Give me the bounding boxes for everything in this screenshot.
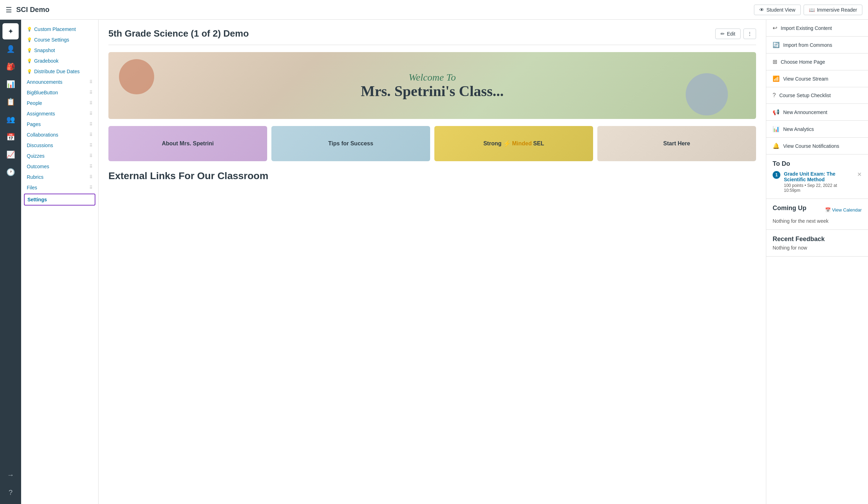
student-view-button[interactable]: 👁 Student View <box>754 5 800 15</box>
todo-meta: 100 points • Sep 22, 2022 at 10:59pm <box>784 183 854 193</box>
bulb-icon: 💡 <box>27 37 32 42</box>
new-announcement-button[interactable]: 📢 New Announcement <box>766 104 868 121</box>
coming-up-nothing: Nothing for the next week <box>773 218 862 224</box>
rail-inbox-icon[interactable]: 📋 <box>2 94 19 110</box>
top-nav: ☰ SCI Demo 👁 Student View 📖 Immersive Re… <box>0 0 868 20</box>
drag-handle-icon: ⠿ <box>89 153 93 158</box>
sidebar-item-course-settings[interactable]: 💡 Course Settings <box>21 34 98 45</box>
todo-item: 1 Grade Unit Exam: The Scientific Method… <box>773 171 862 193</box>
immersive-reader-icon: 📖 <box>809 7 815 13</box>
sidebar-item-snapshot[interactable]: 💡 Snapshot <box>21 45 98 56</box>
import-existing-label: Import Existing Content <box>781 25 832 31</box>
todo-badge: 1 <box>773 171 780 179</box>
sidebar-item-assignments[interactable]: Assignments ⠿ <box>21 108 98 119</box>
thumbnail-row: About Mrs. Spetrini Tips for Success Str… <box>108 126 756 161</box>
new-analytics-label: New Analytics <box>783 126 814 132</box>
rail-clock-icon[interactable]: 🕐 <box>2 164 19 180</box>
rail-courses-icon[interactable]: 🎒 <box>2 58 19 75</box>
more-options-button[interactable]: ⋮ <box>743 29 756 39</box>
rail-history-icon[interactable]: 📈 <box>2 146 19 163</box>
calendar-icon: 📅 <box>825 207 831 213</box>
course-stream-icon: 📶 <box>773 75 780 82</box>
drag-handle-icon: ⠿ <box>89 143 93 148</box>
sidebar-item-discussions[interactable]: Discussions ⠿ <box>21 140 98 151</box>
home-page-icon: ⊞ <box>773 58 777 65</box>
todo-close-icon[interactable]: ✕ <box>857 171 862 178</box>
sidebar-item-collaborations[interactable]: Collaborations ⠿ <box>21 130 98 140</box>
rail-logout-icon[interactable]: → <box>2 467 19 483</box>
main-content: 5th Grade Science (1 of 2) Demo ✏ Edit ⋮… <box>99 20 766 504</box>
rail-calendar-icon[interactable]: 📅 <box>2 129 19 145</box>
sidebar-item-announcements[interactable]: Announcements ⠿ <box>21 77 98 87</box>
immersive-reader-button[interactable]: 📖 Immersive Reader <box>804 5 862 15</box>
view-course-notifications-button[interactable]: 🔔 View Course Notifications <box>766 138 868 155</box>
recent-feedback-section: Recent Feedback Nothing for now <box>766 230 868 257</box>
minded-label: Minded <box>512 140 532 147</box>
main-layout: ✦ 👤 🎒 📊 📋 👥 📅 📈 🕐 → ? 💡 Custom Placement… <box>0 20 868 504</box>
sidebar-item-rubrics[interactable]: Rubrics ⠿ <box>21 172 98 182</box>
todo-text: Grade Unit Exam: The Scientific Method 1… <box>784 171 854 193</box>
banner-content: Welcome To Mrs. Spetrini's Class... <box>361 72 504 99</box>
drag-handle-icon: ⠿ <box>89 80 93 84</box>
drag-handle-icon: ⠿ <box>89 185 93 190</box>
todo-link[interactable]: Grade Unit Exam: The Scientific Method <box>784 171 854 182</box>
student-view-icon: 👁 <box>759 7 764 13</box>
sidebar-item-settings[interactable]: Settings <box>24 194 95 206</box>
bulb-icon: 💡 <box>27 48 32 53</box>
sidebar-item-distribute-due-dates[interactable]: 💡 Distribute Due Dates <box>21 66 98 77</box>
top-nav-right: 👁 Student View 📖 Immersive Reader <box>754 5 862 15</box>
import-existing-content-button[interactable]: ↩ Import Existing Content <box>766 20 868 37</box>
external-links-title: External Links For Our Classroom <box>108 170 756 182</box>
top-nav-left: ☰ SCI Demo <box>6 6 750 14</box>
bulb-icon: 💡 <box>27 27 32 32</box>
course-banner: Welcome To Mrs. Spetrini's Class... <box>108 52 756 119</box>
import-from-commons-button[interactable]: 🔄 Import from Commons <box>766 37 868 53</box>
edit-button[interactable]: ✏ Edit <box>715 29 741 39</box>
hamburger-icon[interactable]: ☰ <box>6 6 12 14</box>
thumbnail-about[interactable]: About Mrs. Spetrini <box>108 126 267 161</box>
bulb-icon: 💡 <box>27 69 32 74</box>
announcement-icon: 📢 <box>773 109 780 115</box>
course-nav: 💡 Custom Placement 💡 Course Settings 💡 S… <box>21 20 99 504</box>
coming-up-section: Coming Up 📅 View Calendar Nothing for th… <box>766 199 868 230</box>
todo-section: To Do 1 Grade Unit Exam: The Scientific … <box>766 155 868 199</box>
sidebar-item-custom-placement[interactable]: 💡 Custom Placement <box>21 24 98 34</box>
rail-analytics-icon[interactable]: 📊 <box>2 76 19 92</box>
view-course-stream-label: View Course Stream <box>783 76 828 82</box>
thumbnail-strong[interactable]: Strong ⚡ Minded SEL <box>434 126 593 161</box>
course-setup-checklist-button[interactable]: ? Course Setup Checklist <box>766 87 868 104</box>
rail-logo-icon[interactable]: ✦ <box>2 23 19 39</box>
setup-checklist-icon: ? <box>773 92 776 99</box>
view-course-stream-button[interactable]: 📶 View Course Stream <box>766 70 868 87</box>
sidebar-item-bigbluebutton[interactable]: BigBlueButton ⠿ <box>21 87 98 98</box>
banner-name-text: Mrs. Spetrini's Class... <box>361 83 504 99</box>
sidebar-item-outcomes[interactable]: Outcomes ⠿ <box>21 161 98 172</box>
sidebar-item-pages[interactable]: Pages ⠿ <box>21 119 98 130</box>
sidebar-item-people[interactable]: People ⠿ <box>21 98 98 108</box>
edit-icon: ✏ <box>721 31 725 37</box>
thumbnail-start-here[interactable]: Start Here <box>597 126 756 161</box>
drag-handle-icon: ⠿ <box>89 101 93 106</box>
view-notifications-label: View Course Notifications <box>783 143 839 149</box>
rail-people-icon[interactable]: 👥 <box>2 111 19 127</box>
sidebar-item-gradebook[interactable]: 💡 Gradebook <box>21 56 98 66</box>
view-calendar-link[interactable]: 📅 View Calendar <box>825 207 862 213</box>
recent-feedback-nothing: Nothing for now <box>773 245 862 251</box>
choose-home-page-button[interactable]: ⊞ Choose Home Page <box>766 53 868 70</box>
new-analytics-button[interactable]: 📊 New Analytics <box>766 121 868 138</box>
rail-help-icon[interactable]: ? <box>2 484 19 500</box>
course-setup-checklist-label: Course Setup Checklist <box>779 93 831 98</box>
banner-decoration-circle2 <box>686 73 728 115</box>
top-nav-title: SCI Demo <box>16 6 49 14</box>
drag-handle-icon: ⠿ <box>89 132 93 137</box>
thumbnail-tips[interactable]: Tips for Success <box>271 126 430 161</box>
rail-user-icon[interactable]: 👤 <box>2 41 19 57</box>
sel-label: SEL <box>533 140 544 147</box>
coming-up-title: Coming Up <box>773 204 806 212</box>
sidebar-item-quizzes[interactable]: Quizzes ⠿ <box>21 151 98 161</box>
sidebar-item-files[interactable]: Files ⠿ <box>21 182 98 193</box>
immersive-reader-label: Immersive Reader <box>817 7 857 13</box>
course-title: 5th Grade Science (1 of 2) Demo <box>108 28 249 39</box>
course-header: 5th Grade Science (1 of 2) Demo ✏ Edit ⋮ <box>108 28 756 45</box>
icon-rail: ✦ 👤 🎒 📊 📋 👥 📅 📈 🕐 → ? <box>0 20 21 504</box>
